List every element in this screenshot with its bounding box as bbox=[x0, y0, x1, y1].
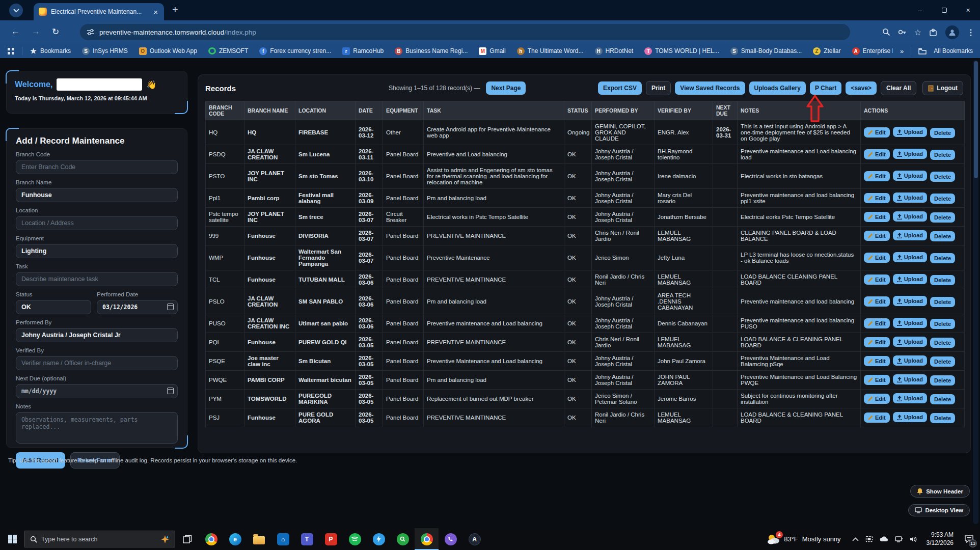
delete-button[interactable]: Delete bbox=[930, 253, 955, 263]
next-page-button[interactable]: Next Page bbox=[486, 81, 526, 95]
maximize-button[interactable] bbox=[932, 0, 956, 20]
upload-button[interactable]: Upload bbox=[893, 393, 927, 403]
taskbar-app-dark[interactable]: A bbox=[462, 528, 486, 550]
edit-button[interactable]: Edit bbox=[864, 375, 890, 385]
address-bar[interactable]: preventive-maintenance.tomsworld.cloud/i… bbox=[80, 24, 850, 40]
apps-grid-icon[interactable] bbox=[7, 47, 15, 55]
location-field[interactable] bbox=[16, 216, 178, 230]
logout-button[interactable]: Logout bbox=[922, 81, 963, 95]
edit-button[interactable]: Edit bbox=[864, 127, 890, 138]
show-header-button[interactable]: Show Header bbox=[910, 485, 970, 498]
edit-button[interactable]: Edit bbox=[864, 149, 890, 159]
export-csv-button[interactable]: Export CSV bbox=[598, 81, 642, 95]
branch-code-field[interactable] bbox=[16, 160, 178, 174]
delete-button[interactable]: Delete bbox=[930, 231, 955, 241]
view-saved-records-button[interactable]: View Saved Records bbox=[675, 81, 745, 95]
performed-by-field[interactable] bbox=[16, 328, 178, 342]
edit-button[interactable]: Edit bbox=[864, 337, 890, 347]
weather-widget[interactable]: 4 83°F Mostly sunny bbox=[760, 534, 847, 545]
upload-button[interactable]: Upload bbox=[893, 193, 927, 203]
zoom-icon[interactable] bbox=[882, 28, 890, 36]
taskbar-app-green[interactable] bbox=[391, 528, 415, 550]
speaker-icon[interactable] bbox=[910, 536, 917, 542]
bookmark-item[interactable]: O Outlook Web App bbox=[139, 47, 197, 55]
taskbar-app-edge[interactable]: e bbox=[223, 528, 247, 550]
upload-button[interactable]: Upload bbox=[893, 149, 927, 159]
edit-button[interactable]: Edit bbox=[864, 212, 890, 222]
taskbar-app-store[interactable]: ⌂ bbox=[271, 528, 295, 550]
upload-button[interactable]: Upload bbox=[893, 355, 927, 366]
status-field[interactable] bbox=[16, 300, 91, 314]
task-field[interactable] bbox=[16, 272, 178, 286]
welcome-name-input[interactable] bbox=[57, 78, 142, 91]
clear-all-button[interactable]: Clear All bbox=[881, 81, 916, 95]
desktop-view-button[interactable]: Desktop View bbox=[908, 504, 970, 516]
delete-button[interactable]: Delete bbox=[930, 194, 955, 204]
edit-button[interactable]: Edit bbox=[864, 274, 890, 285]
close-button[interactable]: × bbox=[956, 0, 980, 20]
edit-button[interactable]: Edit bbox=[864, 394, 890, 404]
delete-button[interactable]: Delete bbox=[930, 319, 955, 329]
branch-name-field[interactable] bbox=[16, 188, 178, 202]
upload-button[interactable]: Upload bbox=[893, 274, 927, 284]
delete-button[interactable]: Delete bbox=[930, 128, 955, 138]
bookmark-item[interactable]: ZEMSOFT bbox=[208, 47, 248, 54]
taskbar-app-spotify[interactable] bbox=[343, 528, 367, 550]
delete-button[interactable]: Delete bbox=[930, 172, 955, 182]
equipment-field[interactable] bbox=[16, 244, 178, 258]
upload-button[interactable]: Upload bbox=[893, 171, 927, 181]
forward-button[interactable]: → bbox=[32, 26, 40, 37]
bookmark-item[interactable]: f Forex currency stren... bbox=[259, 47, 331, 55]
performed-date-field[interactable] bbox=[97, 300, 178, 314]
upload-button[interactable]: Upload bbox=[893, 127, 927, 137]
edit-button[interactable]: Edit bbox=[864, 253, 890, 263]
scrollbar-thumb[interactable] bbox=[974, 61, 978, 178]
delete-button[interactable]: Delete bbox=[930, 212, 955, 223]
taskbar-search-box[interactable]: Type here to search bbox=[24, 531, 175, 547]
password-key-icon[interactable] bbox=[898, 28, 907, 36]
bookmark-item[interactable]: ★ Bookmarks bbox=[30, 47, 71, 55]
bookmark-item[interactable]: H HRDotNet bbox=[595, 47, 634, 55]
tray-chevron-up-icon[interactable] bbox=[852, 537, 859, 541]
bookmark-item[interactable]: r RamcoHub bbox=[342, 47, 384, 55]
menu-dots-icon[interactable]: ⋮ bbox=[967, 28, 975, 37]
bookmark-item[interactable]: Z Ztellar bbox=[813, 47, 840, 55]
bookmark-item[interactable]: h The Ultimate Word... bbox=[517, 47, 584, 55]
taskbar-app-pdf[interactable]: P bbox=[319, 528, 343, 550]
reload-button[interactable]: ↻ bbox=[52, 26, 59, 37]
upload-button[interactable]: Upload bbox=[893, 252, 927, 262]
edit-button[interactable]: Edit bbox=[864, 413, 890, 423]
taskbar-clock[interactable]: 9:53 AM 3/12/2026 bbox=[922, 531, 958, 547]
print-button[interactable]: Print bbox=[646, 81, 671, 95]
upload-button[interactable]: Upload bbox=[893, 412, 927, 422]
verified-by-field[interactable] bbox=[16, 356, 178, 370]
onedrive-cloud-icon[interactable] bbox=[880, 536, 888, 542]
bookmark-item[interactable]: T TOMS WORLD | HEL... bbox=[644, 47, 719, 55]
upload-button[interactable]: Upload bbox=[893, 337, 927, 347]
taskbar-app-chrome-active[interactable] bbox=[415, 528, 439, 550]
calendar-icon[interactable] bbox=[167, 304, 174, 310]
bookmark-item[interactable]: M Gmail bbox=[479, 47, 505, 55]
uploads-gallery-button[interactable]: Uploads Gallery bbox=[749, 81, 806, 95]
bookmark-item[interactable]: B Business Name Regi... bbox=[395, 47, 468, 55]
edit-button[interactable]: Edit bbox=[864, 296, 890, 307]
bookmark-item[interactable]: S InSys HRMS bbox=[82, 47, 128, 55]
taskbar-app-viber[interactable] bbox=[439, 528, 462, 550]
delete-button[interactable]: Delete bbox=[930, 150, 955, 160]
delete-button[interactable]: Delete bbox=[930, 413, 955, 423]
back-button[interactable]: ← bbox=[11, 26, 20, 37]
bookmark-item[interactable]: S Small-Body Databas... bbox=[730, 47, 802, 55]
bookmarks-overflow-chevron[interactable]: » bbox=[900, 47, 904, 55]
bookmark-star-icon[interactable]: ☆ bbox=[914, 28, 921, 37]
upload-button[interactable]: Upload bbox=[893, 296, 927, 306]
notification-center-button[interactable]: 13 bbox=[958, 528, 980, 550]
p-chart-button[interactable]: P Chart bbox=[810, 81, 841, 95]
page-scrollbar[interactable] bbox=[973, 60, 978, 524]
tab-search-button[interactable] bbox=[9, 4, 23, 17]
edit-button[interactable]: Edit bbox=[864, 356, 890, 366]
upload-button[interactable]: Upload bbox=[893, 318, 927, 328]
edit-button[interactable]: Edit bbox=[864, 171, 890, 181]
save-button[interactable]: <save> bbox=[846, 81, 877, 95]
delete-button[interactable]: Delete bbox=[930, 275, 955, 285]
upload-button[interactable]: Upload bbox=[893, 230, 927, 240]
